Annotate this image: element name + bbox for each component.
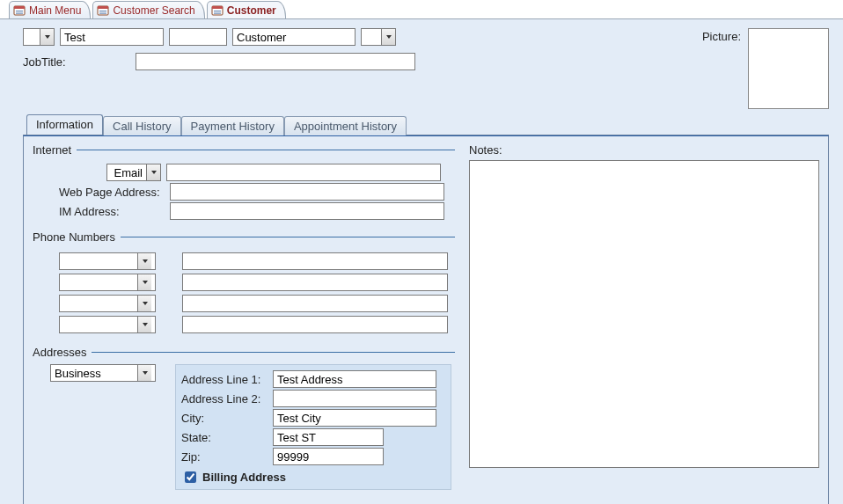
form-icon — [13, 4, 26, 17]
inner-tab-label: Appointment History — [294, 120, 397, 133]
addr-line1-label: Address Line 1: — [181, 373, 268, 386]
suffix-combo[interactable] — [361, 28, 396, 46]
phone-type-input[interactable] — [60, 317, 137, 332]
window-tab-label: Main Menu — [29, 4, 81, 17]
addr-zip-input[interactable] — [273, 448, 384, 465]
phone-type-input[interactable] — [60, 296, 137, 311]
phone-type-input[interactable] — [60, 274, 137, 290]
chevron-down-icon[interactable] — [137, 253, 151, 269]
phone-number-input[interactable] — [182, 274, 448, 291]
address-type-input[interactable] — [51, 365, 137, 381]
tab-information[interactable]: Information — [26, 114, 103, 135]
form-icon — [211, 4, 224, 17]
form-icon — [97, 4, 109, 17]
web-label: Web Page Address: — [33, 186, 165, 199]
email-input[interactable] — [166, 164, 441, 181]
inner-tab-label: Information — [36, 118, 93, 131]
chevron-down-icon[interactable] — [381, 29, 395, 45]
prefix-input[interactable] — [24, 29, 40, 45]
addr-city-label: City: — [181, 412, 268, 425]
window-tab-label: Customer — [227, 4, 276, 17]
phone-number-input[interactable] — [182, 252, 448, 270]
inner-tab-label: Payment History — [191, 120, 275, 133]
svg-rect-7 — [99, 12, 106, 13]
addr-state-label: State: — [181, 431, 268, 444]
svg-rect-5 — [98, 6, 108, 9]
addr-zip-label: Zip: — [181, 450, 268, 464]
svg-rect-6 — [99, 11, 106, 11]
phone-row — [59, 295, 455, 312]
svg-rect-9 — [212, 6, 223, 9]
notes-textarea[interactable] — [469, 160, 819, 468]
web-input[interactable] — [170, 183, 444, 201]
tab-payment-history[interactable]: Payment History — [181, 116, 284, 135]
chevron-down-icon[interactable] — [137, 274, 151, 290]
inner-tab-bar: Information Call History Payment History… — [23, 114, 829, 135]
phone-row — [59, 274, 455, 291]
chevron-down-icon[interactable] — [137, 317, 151, 332]
notes-label: Notes: — [469, 143, 819, 157]
svg-rect-2 — [16, 11, 23, 11]
window-tab-customer[interactable]: Customer — [207, 1, 286, 18]
phone-number-input[interactable] — [182, 295, 448, 312]
email-type-combo[interactable] — [106, 164, 161, 181]
internet-legend: Internet — [33, 143, 77, 157]
svg-rect-11 — [214, 12, 221, 13]
picture-label: Picture: — [702, 28, 741, 43]
im-label: IM Address: — [33, 205, 165, 218]
phone-type-combo[interactable] — [59, 316, 156, 333]
addr-line2-input[interactable] — [273, 390, 436, 407]
svg-rect-3 — [16, 12, 23, 13]
im-input[interactable] — [170, 202, 444, 220]
jobtitle-input[interactable] — [136, 53, 415, 70]
window-tab-bar: Main Menu Customer Search Customer — [0, 0, 843, 19]
picture-box[interactable] — [748, 28, 829, 109]
phone-type-combo[interactable] — [59, 252, 156, 270]
window-tab-customer-search[interactable]: Customer Search — [92, 1, 204, 18]
chevron-down-icon[interactable] — [146, 164, 160, 180]
addresses-group: Addresses Address Line 1: Address Line 2… — [33, 346, 455, 490]
chevron-down-icon[interactable] — [137, 296, 151, 311]
jobtitle-label: JobTitle: — [23, 55, 128, 69]
phone-legend: Phone Numbers — [33, 230, 121, 244]
billing-address-label: Billing Address — [202, 471, 286, 484]
email-type-input[interactable] — [107, 164, 146, 180]
addr-line1-input[interactable] — [273, 370, 436, 388]
window-tab-label: Customer Search — [113, 4, 194, 17]
window-tab-main-menu[interactable]: Main Menu — [9, 1, 91, 18]
address-detail-panel: Address Line 1: Address Line 2: City: St… — [175, 364, 451, 490]
internet-group: Internet Web Page Address: — [33, 143, 455, 222]
last-name-input[interactable] — [232, 28, 356, 46]
svg-rect-10 — [214, 11, 221, 11]
phone-type-combo[interactable] — [59, 295, 156, 312]
svg-rect-1 — [14, 6, 25, 9]
inner-tab-label: Call History — [113, 120, 171, 133]
tab-call-history[interactable]: Call History — [103, 116, 180, 135]
address-type-combo[interactable] — [50, 364, 156, 382]
information-panel: Internet Web Page Address: — [23, 135, 829, 504]
phone-type-input[interactable] — [60, 253, 137, 269]
addresses-legend: Addresses — [33, 346, 92, 359]
chevron-down-icon[interactable] — [137, 365, 151, 381]
addr-state-input[interactable] — [273, 428, 384, 446]
prefix-combo[interactable] — [23, 28, 55, 46]
chevron-down-icon[interactable] — [40, 29, 54, 45]
phone-row — [59, 316, 455, 333]
addr-line2-label: Address Line 2: — [181, 392, 268, 405]
tab-appointment-history[interactable]: Appointment History — [284, 116, 407, 135]
phone-group: Phone Numbers — [33, 230, 455, 337]
suffix-input[interactable] — [362, 29, 381, 45]
phone-type-combo[interactable] — [59, 274, 156, 291]
phone-row — [59, 252, 455, 270]
middle-name-input[interactable] — [169, 28, 227, 46]
phone-number-input[interactable] — [182, 316, 448, 333]
billing-address-checkbox[interactable] — [185, 471, 196, 483]
first-name-input[interactable] — [60, 28, 164, 46]
addr-city-input[interactable] — [273, 409, 436, 427]
